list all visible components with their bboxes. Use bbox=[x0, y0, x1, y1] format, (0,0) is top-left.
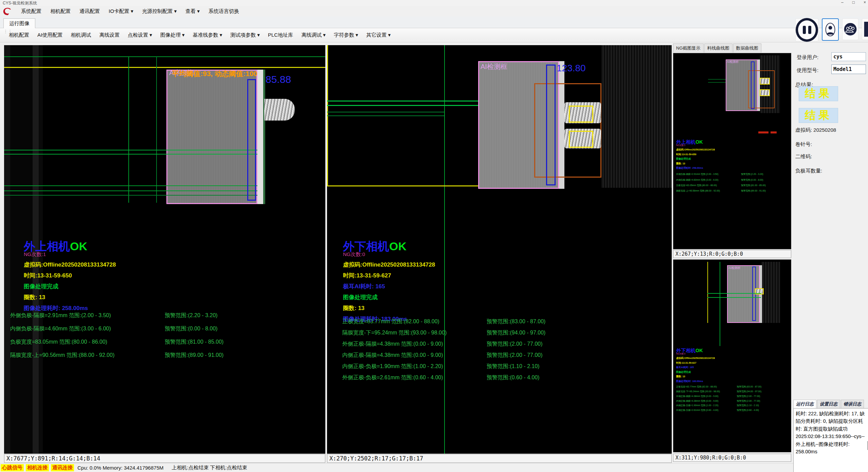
toolbar-item[interactable]: 离线调试 ▾ bbox=[301, 32, 326, 38]
roi-box bbox=[166, 70, 257, 204]
status-chip: 心跳信号 bbox=[1, 464, 24, 471]
menu-item[interactable]: 通讯配置 bbox=[79, 8, 100, 15]
process-done: 图像处理完成 bbox=[24, 283, 116, 290]
guide-line bbox=[720, 262, 720, 346]
baseline-yellow bbox=[707, 262, 708, 323]
measurement-row: 外侧正极-负极=2.61mm 范围:(0.60 - 4.00) 预警范围:(0.… bbox=[676, 409, 790, 414]
measurement-row: 内侧正极-负极=1.90mm 范围:(1.00 - 2.20) 预警范围:(1.… bbox=[676, 404, 790, 409]
log-tab-strip: 运行日志 设置日志 错误日志 bbox=[793, 399, 868, 408]
virtual-code: 虚拟码:Offline20250208133134728 bbox=[24, 261, 116, 269]
measurement-row: 隔膜宽度-下=95.24mm 范围:(93.00 - 98.00) 预警范围:(… bbox=[676, 390, 790, 395]
ng-view-tab[interactable]: 数据曲线图 bbox=[733, 43, 761, 53]
measurement-label: 内侧正极-隔膜=4.38mm 范围:(0.00 - 9.00) bbox=[342, 352, 443, 358]
ng-view-tab[interactable]: 料线曲线图 bbox=[704, 43, 733, 53]
left-coordinate-bar: X:7677;Y:891;R:14;G:14;B:14 bbox=[4, 454, 325, 463]
measurement-row: 正极宽度=83.77mm 范围:(82.00 - 88.00) 预警范围:(83… bbox=[676, 385, 790, 390]
menu-item[interactable]: 系统语言切换 bbox=[209, 8, 239, 15]
menu-item[interactable]: 系统配置 bbox=[21, 8, 41, 15]
measurement-label: 内侧负极-隔膜=4.60mm 范围:(3.00 - 6.00) bbox=[10, 326, 111, 331]
measurement-label: 隔膜宽度-下=95.24mm 范围:(93.00 - 98.00) bbox=[342, 330, 447, 335]
tab-run-image[interactable]: 运行图像 bbox=[3, 18, 35, 29]
camera-check-status: 上相机:点检结束 下相机:点检结束 bbox=[171, 465, 247, 471]
ng-thumbnail-bottom[interactable]: AI检测框 外下相机OK NG次数:0 虚拟码:Offline202502081… bbox=[673, 259, 791, 452]
pause-button[interactable] bbox=[795, 18, 818, 41]
measurement-label: 外侧正极-隔膜=4.38mm 范围:(0.00 - 9.00) bbox=[676, 395, 719, 397]
exit-icon bbox=[863, 20, 868, 38]
measurement-row: 外侧正极-负极=2.61mm 范围:(0.60 - 4.00) 预警范围:(0.… bbox=[342, 374, 655, 385]
menu-item[interactable]: IO卡配置 ▾ bbox=[109, 8, 133, 15]
status-chip: 相机连接 bbox=[26, 464, 49, 471]
electrode-tab bbox=[264, 99, 295, 121]
menu-item[interactable]: 查看 ▾ bbox=[185, 8, 200, 15]
warning-range: 预警范围:(2.00 - 77.00) bbox=[487, 341, 543, 348]
login-user-field[interactable]: cys bbox=[831, 52, 866, 61]
process-done: 图像处理完成 bbox=[343, 293, 435, 301]
process-elapsed: 图像处理耗时: 258.00ms bbox=[676, 166, 790, 170]
guide-line bbox=[4, 150, 257, 150]
toolbar-item[interactable]: 相机调试 bbox=[71, 32, 91, 38]
toolbar-item[interactable]: 离线设置 bbox=[99, 32, 120, 38]
tab-detection-box bbox=[760, 89, 770, 96]
warning-range: 预警范围:(2.00 - 77.00) bbox=[737, 395, 760, 398]
tab-run-log[interactable]: 运行日志 bbox=[793, 400, 816, 408]
ai-box-label: AI检测框 bbox=[727, 60, 739, 64]
thumbnail-image: AI检测框 bbox=[707, 262, 780, 346]
tab-error-log[interactable]: 错误日志 bbox=[841, 400, 864, 408]
measurement-label: 外侧正极-负极=2.61mm 范围:(0.60 - 4.00) bbox=[676, 409, 719, 411]
toolbar-item[interactable]: AI使用配置 bbox=[37, 32, 62, 38]
warning-range: 预警范围:(2.20 - 3.20) bbox=[165, 312, 218, 319]
guide-line bbox=[4, 185, 257, 186]
cpu-memory-status: Cpu: 0.0% Memory: 3424.41796875M bbox=[77, 465, 163, 471]
warning-range: 预警范围:(0.00 - 8.00) bbox=[165, 325, 218, 332]
baseline-yellow bbox=[4, 67, 325, 68]
toolbar-item[interactable]: 测试项参数 ▾ bbox=[230, 32, 260, 38]
menu-item[interactable]: 光源控制配置 ▾ bbox=[142, 8, 177, 15]
measurement-label: 负极宽度=83.05mm 范围:(80.00 - 86.00) bbox=[10, 339, 107, 345]
measurement-row: 隔膜宽度-下=95.24mm 范围:(93.00 - 98.00) 预警范围:(… bbox=[342, 329, 655, 341]
ng-thumbnail-top[interactable]: AI检测框 外上相机OK NG次数:1 虚拟码:Offline202502081… bbox=[673, 53, 791, 249]
user-button[interactable] bbox=[822, 18, 839, 41]
control-button-row bbox=[795, 18, 868, 41]
log-text-area[interactable]: 耗时: 222, 缺陷检测耗时: 17, 缺陷分类耗时: 0, 缺陷提取分区耗时… bbox=[793, 408, 868, 472]
capture-time: 时间:13-31-59-627 bbox=[676, 361, 790, 365]
ng-view-tab[interactable]: NG截图显示 bbox=[673, 43, 704, 53]
toolbar-item[interactable]: 点检设置 ▾ bbox=[128, 32, 152, 38]
warning-range: 预警范围:(81.00 - 85.00) bbox=[165, 339, 223, 346]
guide-line bbox=[707, 293, 761, 294]
ng-score-mark bbox=[758, 131, 768, 133]
minimize-icon[interactable]: – bbox=[841, 0, 844, 5]
image-band bbox=[601, 45, 672, 188]
measurement-list: 正极宽度=83.77mm 范围:(82.00 - 88.00) 预警范围:(83… bbox=[676, 385, 790, 414]
close-icon[interactable]: × bbox=[864, 0, 866, 5]
menu-bar: 系统配置相机配置通讯配置IO卡配置 ▾光源控制配置 ▾查看 ▾系统语言切换 bbox=[0, 6, 868, 16]
maximize-icon[interactable]: □ bbox=[852, 0, 855, 5]
toolbar-item[interactable]: 其它设置 ▾ bbox=[366, 32, 391, 38]
toolbar-item[interactable]: 字符参数 ▾ bbox=[334, 32, 358, 38]
toolbar-item[interactable]: PLC地址库 bbox=[268, 32, 293, 38]
tab-detection-box bbox=[569, 106, 593, 123]
warning-range: 预警范围:(2.00 - 77.00) bbox=[737, 399, 760, 402]
warning-range: 预警范围:(83.00 - 87.00) bbox=[737, 385, 762, 388]
left-camera-viewport[interactable]: AI检测框 平均阈值:93, 动态阈值:100 85.88 外上相机OK NG次… bbox=[4, 45, 325, 454]
window-title: CYS-视觉检测系统 bbox=[3, 0, 37, 6]
measurement-label: 正极宽度=83.77mm 范围:(82.00 - 88.00) bbox=[676, 385, 717, 388]
ai-box-label: AI检测框 bbox=[481, 62, 507, 71]
tab-detection-box bbox=[760, 78, 770, 85]
result-ok: OK bbox=[695, 348, 703, 353]
toolbar-item[interactable]: 基准线参数 ▾ bbox=[193, 32, 222, 38]
measurement-row: 内侧正极-负极=1.90mm 范围:(1.00 - 2.20) 预警范围:(1.… bbox=[342, 363, 655, 374]
result-ok: OK bbox=[695, 139, 703, 145]
measurement-row: 内侧正极-隔膜=4.38mm 范围:(0.00 - 9.00) 预警范围:(2.… bbox=[342, 352, 655, 363]
guide-line bbox=[327, 112, 444, 112]
exit-button[interactable] bbox=[862, 18, 868, 40]
menu-item[interactable]: 相机配置 bbox=[50, 8, 71, 15]
model-label: 使用型号: bbox=[797, 67, 818, 74]
model-field[interactable]: Model1 bbox=[831, 65, 866, 74]
toolbar-item[interactable]: 图像处理 ▾ bbox=[160, 32, 185, 38]
status-chip: 通讯连接 bbox=[51, 464, 74, 471]
measurement-list: 外侧负极-隔膜=2.91mm 范围:(2.00 - 3.50) 预警范围:(2.… bbox=[10, 312, 323, 365]
users-button[interactable] bbox=[842, 18, 858, 40]
measurement-label: 隔膜宽度-下=95.24mm 范围:(93.00 - 98.00) bbox=[676, 390, 720, 393]
bottom-camera-viewport[interactable]: AI检测框 123.80 外下相机OK NG次数:0 虚拟码:Offline20… bbox=[327, 45, 672, 454]
tab-settings-log[interactable]: 设置日志 bbox=[817, 400, 840, 408]
